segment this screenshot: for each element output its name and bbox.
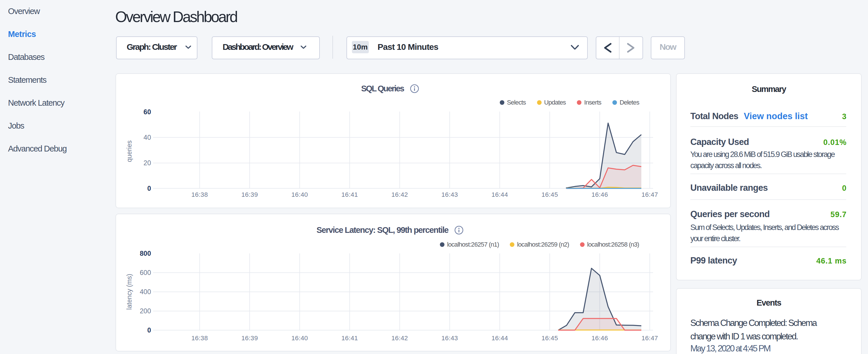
svg-text:16:47: 16:47 [641, 191, 658, 198]
svg-text:16:42: 16:42 [392, 334, 408, 342]
svg-text:16:41: 16:41 [341, 191, 358, 198]
svg-text:40: 40 [144, 133, 151, 141]
svg-text:16:46: 16:46 [591, 191, 608, 198]
svg-text:16:41: 16:41 [341, 334, 358, 342]
svg-text:600: 600 [140, 269, 151, 277]
svg-text:800: 800 [140, 250, 151, 257]
svg-text:16:42: 16:42 [392, 191, 408, 198]
svg-text:16:39: 16:39 [241, 191, 258, 198]
svg-text:16:38: 16:38 [191, 334, 208, 342]
svg-text:latency (ms): latency (ms) [125, 274, 133, 310]
svg-text:16:44: 16:44 [492, 334, 508, 342]
svg-text:0: 0 [147, 326, 151, 334]
svg-text:16:39: 16:39 [241, 334, 258, 342]
svg-text:queries: queries [125, 140, 133, 162]
svg-text:400: 400 [140, 288, 151, 296]
svg-text:16:45: 16:45 [541, 191, 558, 198]
svg-text:16:38: 16:38 [191, 191, 208, 198]
svg-text:60: 60 [144, 108, 151, 116]
svg-text:200: 200 [140, 307, 151, 315]
svg-text:16:46: 16:46 [591, 334, 608, 342]
svg-text:16:40: 16:40 [291, 334, 308, 342]
svg-text:16:43: 16:43 [441, 191, 458, 198]
svg-text:16:45: 16:45 [541, 334, 558, 342]
svg-text:0: 0 [147, 185, 151, 192]
svg-text:16:40: 16:40 [291, 191, 308, 198]
svg-text:20: 20 [144, 159, 151, 167]
svg-text:16:47: 16:47 [641, 334, 658, 342]
svg-text:16:44: 16:44 [492, 191, 508, 198]
svg-text:16:43: 16:43 [441, 334, 458, 342]
